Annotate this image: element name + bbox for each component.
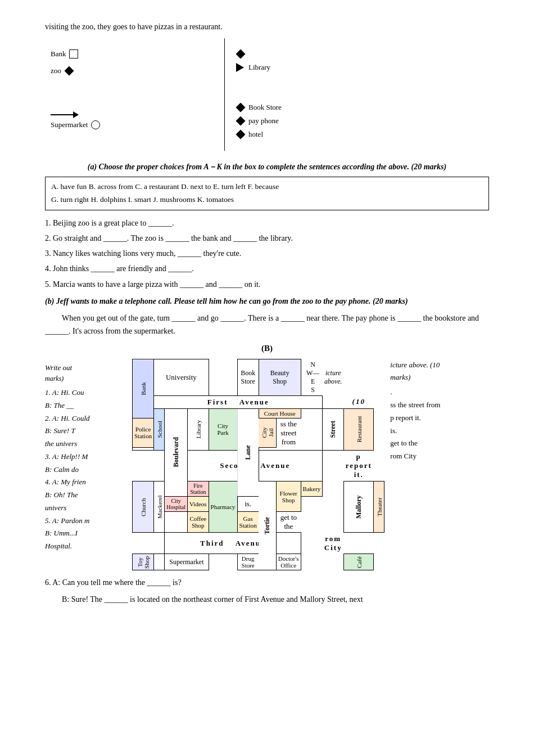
compass: NW—ES xyxy=(305,361,321,394)
coffeeshop-cell: CoffeeShop xyxy=(188,512,209,533)
library-cell: Library xyxy=(188,408,209,451)
citypark-cell: CityPark xyxy=(209,408,237,451)
bank-cell: Bank xyxy=(133,359,154,418)
policestation-cell: PoliceStation xyxy=(133,418,154,448)
arrow-triangle xyxy=(73,111,79,118)
blank13 xyxy=(301,533,323,554)
arrow-line xyxy=(51,114,73,115)
hotel-item: hotel xyxy=(236,130,371,139)
cityjail-cell: CityJail xyxy=(259,418,276,448)
part-b-title: (B) xyxy=(45,344,489,353)
blank-col xyxy=(154,554,165,570)
rq3: p report it. xyxy=(390,412,534,425)
q3-a: 3. A: Help!! M xyxy=(45,451,132,464)
rom-city: rom City xyxy=(323,533,344,554)
marks-right: (10 xyxy=(344,395,374,408)
bookstore-icon xyxy=(236,103,246,112)
flowershop-cell: FlowerShop xyxy=(276,482,301,512)
blank10 xyxy=(323,482,344,497)
q4-c: univers xyxy=(45,502,132,515)
bookstore-item: Book Store xyxy=(236,103,371,112)
rq5: get to the xyxy=(390,437,534,450)
question-6b: B: Sure! The ______ is located on the no… xyxy=(45,593,489,606)
rq1: . xyxy=(390,386,534,399)
question-3: 3. Nancy likes watching lions very much,… xyxy=(45,246,489,260)
map-table: Bank University BookStore BeautyShop NW—… xyxy=(132,359,384,570)
right-questions: icture above. (10 marks) . ss the street… xyxy=(384,359,534,570)
mackerel-cell: Mackerel xyxy=(154,482,165,533)
school-cell: School xyxy=(154,408,165,451)
drugstore-cell: DrugStore xyxy=(237,554,259,570)
question-6a: 6. A: Can you tell me where the ______ i… xyxy=(45,576,489,590)
hotel-icon xyxy=(236,130,246,140)
cafe-cell: Café xyxy=(344,554,374,570)
row-3: School Boulevard Library CityPark Lane C… xyxy=(133,408,384,418)
university-cell: University xyxy=(154,359,209,396)
blank11 xyxy=(165,512,188,533)
payphone-icon xyxy=(236,116,246,126)
rq6: rom City xyxy=(390,450,534,463)
diamond-icon-1 xyxy=(236,50,246,59)
map-arrow xyxy=(51,111,79,118)
row-1: Bank University BookStore BeautyShop NW—… xyxy=(133,359,384,396)
pharmacy-cell: Pharmacy xyxy=(209,482,237,533)
section-b-title: (b) Jeff wants to make a telephone call.… xyxy=(45,295,489,308)
supermarket-item: Supermarket xyxy=(51,120,219,129)
city-map-grid: Bank University BookStore BeautyShop NW—… xyxy=(132,359,384,570)
toyshop-cell: ToyShop xyxy=(133,554,154,570)
p-report: p report it. xyxy=(344,451,374,482)
q1-a: 1. A: Hi. Cou xyxy=(45,386,132,399)
write-out-text: Write out xyxy=(45,363,132,372)
question-1: 1. Beijing zoo is a great place to _____… xyxy=(45,216,489,230)
zoo-icon xyxy=(64,66,74,76)
q2-c: the univers xyxy=(45,438,132,451)
library-item: Library xyxy=(236,63,371,72)
right-q-header: icture above. (10 xyxy=(390,359,534,371)
blank-cell xyxy=(323,395,344,408)
supermarket-cell-map: Supermarket xyxy=(165,554,209,570)
supermarket-label: Supermarket xyxy=(51,120,88,129)
boulevard-cell: Boulevard xyxy=(165,408,188,497)
courthouse-cell: Court House xyxy=(259,408,301,418)
tortie-cell: Tortie xyxy=(259,482,276,570)
blank15 xyxy=(301,554,323,570)
map-diagram: Bank zoo Supermarket Library xyxy=(45,38,489,151)
picture-text-cell: icture above. xyxy=(323,359,344,396)
section-b-paragraph: When you get out of the gate, turn _____… xyxy=(45,312,489,339)
restaurant-cell: Restaurant xyxy=(344,408,374,451)
questions-list: 1. Beijing zoo is a great place to _____… xyxy=(45,216,489,291)
church-cell: Church xyxy=(133,482,154,533)
intro-text: visiting the zoo, they goes to have pizz… xyxy=(45,22,489,32)
is-text: is. xyxy=(237,497,259,512)
question-5: 5. Marcia wants to have a large pizza wi… xyxy=(45,277,489,291)
bank-label: Bank xyxy=(51,50,66,58)
q5-b: B: Umm...I xyxy=(45,527,132,540)
beautyshop-cell: BeautyShop xyxy=(259,359,301,396)
choice-row-1: A. have fun B. across from C. a restaura… xyxy=(51,181,483,194)
videos-cell: Videos xyxy=(188,497,209,512)
q1-b: B: The __ xyxy=(45,399,132,412)
section-a-title: (a) Choose the proper choices from A－K i… xyxy=(45,162,489,172)
payphone-item: pay phone xyxy=(236,116,371,125)
bank-icon xyxy=(69,50,78,58)
marks-text: marks) xyxy=(45,375,132,383)
ss-text: ss the street from xyxy=(276,418,301,448)
rq2: ss the street from xyxy=(390,399,534,412)
map-right: Library Book Store pay phone hotel xyxy=(225,38,382,151)
right-diamond-1 xyxy=(236,50,371,58)
blank12 xyxy=(133,533,165,554)
get-to: get to the xyxy=(276,512,301,533)
blank14 xyxy=(209,554,237,570)
q2-b: B: Sure! T xyxy=(45,425,132,438)
third-avenue-cell: Third Avenue xyxy=(165,533,301,554)
bank-item: Bank xyxy=(51,50,219,58)
supermarket-icon xyxy=(91,120,100,129)
spacer-cell xyxy=(209,359,237,396)
right-marks: marks) xyxy=(390,371,534,384)
rq4: is. xyxy=(390,425,534,438)
question-4: 4. John thinks ______ are friendly and _… xyxy=(45,262,489,276)
choice-row-2: G. turn right H. dolphins I. smart J. mu… xyxy=(51,194,483,206)
q5-c: Hospital. xyxy=(45,540,132,553)
city-section: Write out marks) 1. A: Hi. Cou B: The __… xyxy=(45,359,489,570)
bank-placeholder xyxy=(133,451,165,482)
